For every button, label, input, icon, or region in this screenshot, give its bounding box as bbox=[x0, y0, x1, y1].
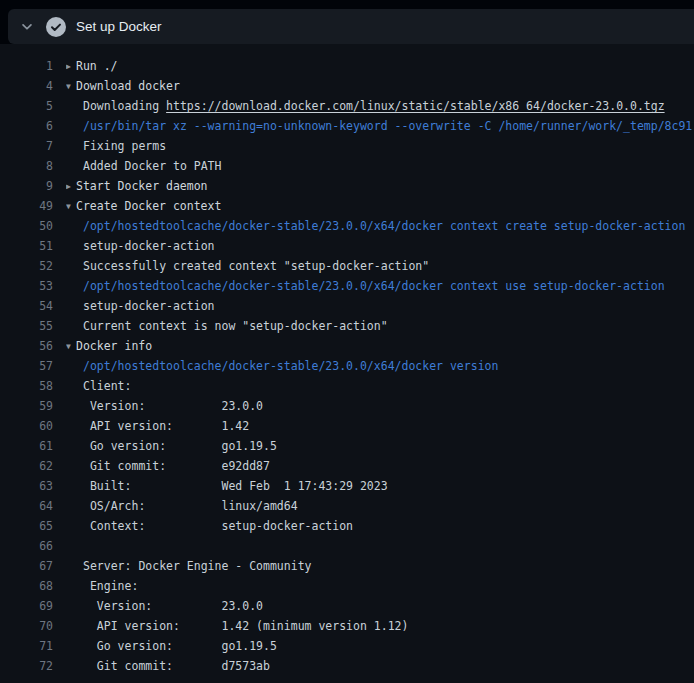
log-line: 61 Go version: go1.19.5 bbox=[0, 436, 694, 456]
log-line-number[interactable]: 7 bbox=[0, 136, 53, 156]
log-text-segment: Server: Docker Engine - Community bbox=[83, 559, 311, 573]
log-line-text: /opt/hostedtoolcache/docker-stable/23.0.… bbox=[66, 276, 694, 296]
log-group-toggle[interactable]: ▶Start Docker daemon bbox=[66, 176, 694, 196]
group-collapsed-icon[interactable]: ▶ bbox=[66, 177, 76, 196]
log-text-segment: Go version: go1.19.5 bbox=[83, 639, 277, 653]
log-line-number[interactable]: 49 bbox=[0, 196, 53, 216]
log-line-number[interactable]: 71 bbox=[0, 636, 53, 656]
log-url-link[interactable]: https://download.docker.com/linux/static… bbox=[166, 99, 665, 113]
log-line-text: setup-docker-action bbox=[66, 236, 694, 256]
log-line-number[interactable]: 55 bbox=[0, 316, 53, 336]
log-line-text: Added Docker to PATH bbox=[66, 156, 694, 176]
log-line: 66 bbox=[0, 536, 694, 556]
log-line: 71 Go version: go1.19.5 bbox=[0, 636, 694, 656]
log-line-number[interactable]: 65 bbox=[0, 516, 53, 536]
log-line-number[interactable]: 64 bbox=[0, 496, 53, 516]
chevron-down-icon[interactable] bbox=[20, 20, 34, 34]
log-line-number[interactable]: 50 bbox=[0, 216, 53, 236]
log-text-segment: Version: 23.0.0 bbox=[83, 599, 263, 613]
log-line-text: Server: Docker Engine - Community bbox=[66, 556, 694, 576]
log-line: 50/opt/hostedtoolcache/docker-stable/23.… bbox=[0, 216, 694, 236]
log-text-segment: Client: bbox=[83, 379, 131, 393]
log-line: 4▼Download docker bbox=[0, 76, 694, 96]
log-text-segment: Successfully created context "setup-dock… bbox=[83, 259, 429, 273]
log-group-toggle[interactable]: ▶Run ./ bbox=[66, 56, 694, 76]
log-line-text: /opt/hostedtoolcache/docker-stable/23.0.… bbox=[66, 216, 694, 236]
log-line: 1▶Run ./ bbox=[0, 56, 694, 76]
log-line-number[interactable]: 51 bbox=[0, 236, 53, 256]
log-line-number[interactable]: 57 bbox=[0, 356, 53, 376]
log-line-number[interactable]: 9 bbox=[0, 176, 53, 196]
log-line-text: Git commit: d7573ab bbox=[66, 656, 694, 676]
group-expanded-icon[interactable]: ▼ bbox=[66, 77, 76, 96]
log-line: 8Added Docker to PATH bbox=[0, 156, 694, 176]
log-line-number[interactable]: 62 bbox=[0, 456, 53, 476]
log-line-text: Engine: bbox=[66, 576, 694, 596]
log-line-text: Downloading https://download.docker.com/… bbox=[66, 96, 694, 116]
log-line-number[interactable]: 66 bbox=[0, 536, 53, 556]
log-line: 72 Git commit: d7573ab bbox=[0, 656, 694, 676]
log-line: 65 Context: setup-docker-action bbox=[0, 516, 694, 536]
log-line: 69 Version: 23.0.0 bbox=[0, 596, 694, 616]
log-line-number[interactable]: 68 bbox=[0, 576, 53, 596]
log-line-number[interactable]: 8 bbox=[0, 156, 53, 176]
log-line-number[interactable]: 6 bbox=[0, 116, 53, 136]
log-text-segment: Git commit: d7573ab bbox=[83, 659, 270, 673]
log-line-text: Version: 23.0.0 bbox=[66, 596, 694, 616]
log-line-text: Current context is now "setup-docker-act… bbox=[66, 316, 694, 336]
log-line: 49▼Create Docker context bbox=[0, 196, 694, 216]
log-line: 64 OS/Arch: linux/amd64 bbox=[0, 496, 694, 516]
log-line-text: Go version: go1.19.5 bbox=[66, 436, 694, 456]
log-line-number[interactable]: 1 bbox=[0, 56, 53, 76]
log-text-segment: API version: 1.42 bbox=[83, 419, 249, 433]
log-line-number[interactable]: 5 bbox=[0, 96, 53, 116]
log-text-segment: Run ./ bbox=[76, 59, 118, 73]
log-line-text: API version: 1.42 (minimum version 1.12) bbox=[66, 616, 694, 636]
log-line-number[interactable]: 72 bbox=[0, 656, 53, 676]
log-line-number[interactable]: 4 bbox=[0, 76, 53, 96]
log-line: 9▶Start Docker daemon bbox=[0, 176, 694, 196]
log-line-number[interactable]: 63 bbox=[0, 476, 53, 496]
log-line-number[interactable]: 61 bbox=[0, 436, 53, 456]
step-title: Set up Docker bbox=[76, 19, 162, 34]
log-group-toggle[interactable]: ▼Download docker bbox=[66, 76, 694, 96]
log-line-text: OS/Arch: linux/amd64 bbox=[66, 496, 694, 516]
log-text-segment: /opt/hostedtoolcache/docker-stable/23.0.… bbox=[83, 359, 498, 373]
log-group-toggle[interactable]: ▼Docker info bbox=[66, 336, 694, 356]
log-group-toggle[interactable]: ▼Create Docker context bbox=[66, 196, 694, 216]
log-line-number[interactable]: 59 bbox=[0, 396, 53, 416]
group-collapsed-icon[interactable]: ▶ bbox=[66, 57, 76, 76]
log-line-text: Git commit: e92dd87 bbox=[66, 456, 694, 476]
log-text-segment: Go version: go1.19.5 bbox=[83, 439, 277, 453]
log-line: 60 API version: 1.42 bbox=[0, 416, 694, 436]
log-line-number[interactable]: 54 bbox=[0, 296, 53, 316]
log-line-number[interactable]: 58 bbox=[0, 376, 53, 396]
log-line-number[interactable]: 56 bbox=[0, 336, 53, 356]
log-line: 62 Git commit: e92dd87 bbox=[0, 456, 694, 476]
log-line: 54setup-docker-action bbox=[0, 296, 694, 316]
log-line: 68 Engine: bbox=[0, 576, 694, 596]
log-lines: 1▶Run ./4▼Download docker5Downloading ht… bbox=[0, 44, 694, 683]
log-line-text: Version: 23.0.0 bbox=[66, 396, 694, 416]
log-line-number[interactable]: 70 bbox=[0, 616, 53, 636]
log-text-segment: /usr/bin/tar xz --warning=no-unknown-key… bbox=[83, 119, 692, 133]
status-success-icon bbox=[46, 17, 66, 37]
log-line-number[interactable]: 67 bbox=[0, 556, 53, 576]
log-text-segment: Downloading bbox=[83, 99, 166, 113]
log-line: 67Server: Docker Engine - Community bbox=[0, 556, 694, 576]
log-text-segment: /opt/hostedtoolcache/docker-stable/23.0.… bbox=[83, 279, 665, 293]
log-line-text: API version: 1.42 bbox=[66, 416, 694, 436]
step-header[interactable]: Set up Docker bbox=[8, 9, 694, 44]
log-line-number[interactable]: 53 bbox=[0, 276, 53, 296]
log-line-text: Client: bbox=[66, 376, 694, 396]
header-band: Set up Docker bbox=[0, 0, 694, 44]
log-line-number[interactable]: 52 bbox=[0, 256, 53, 276]
group-expanded-icon[interactable]: ▼ bbox=[66, 197, 76, 216]
log-line-text bbox=[66, 536, 694, 556]
log-line-number[interactable]: 69 bbox=[0, 596, 53, 616]
group-expanded-icon[interactable]: ▼ bbox=[66, 337, 76, 356]
log-line-number[interactable]: 60 bbox=[0, 416, 53, 436]
log-line-text: Built: Wed Feb 1 17:43:29 2023 bbox=[66, 476, 694, 496]
log-text-segment: Fixing perms bbox=[83, 139, 166, 153]
log-line: 59 Version: 23.0.0 bbox=[0, 396, 694, 416]
